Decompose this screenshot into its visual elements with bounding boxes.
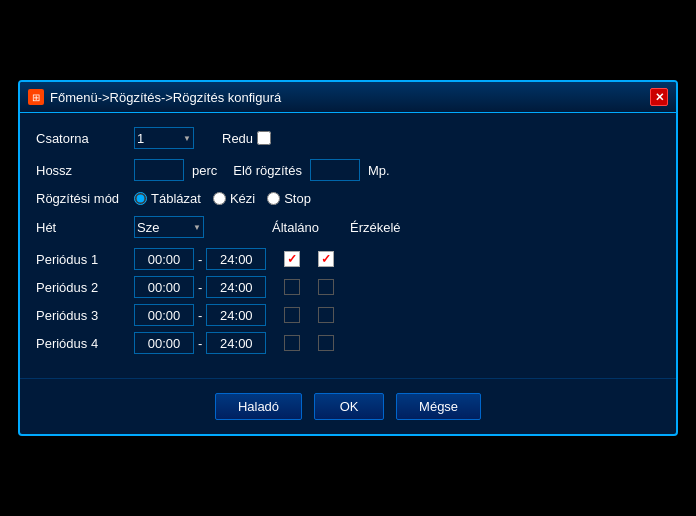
period-start-2[interactable] (134, 276, 194, 298)
time-sep-1: - (198, 252, 202, 267)
ok-button[interactable]: OK (314, 393, 384, 420)
time-range-4: - (134, 332, 266, 354)
general-check-3[interactable] (274, 307, 300, 323)
day-select-wrapper: Hét Ked Sze Csü Pén Szo Vas (134, 216, 204, 238)
pre-record-label: Elő rögzítés (233, 163, 302, 178)
sensor-checkbox-1[interactable]: ✓ (318, 251, 334, 267)
mode-tablazat-radio[interactable] (134, 192, 147, 205)
channel-select-wrapper: 1 2 (134, 127, 194, 149)
time-sep-4: - (198, 336, 202, 351)
period-start-4[interactable] (134, 332, 194, 354)
channel-select[interactable]: 1 2 (134, 127, 194, 149)
length-input[interactable]: 60 (134, 159, 184, 181)
pre-record-input[interactable]: 5 (310, 159, 360, 181)
form-content: Csatorna 1 2 Redu Hossz 60 perc Elő rögz… (20, 113, 676, 370)
advanced-button[interactable]: Haladó (215, 393, 302, 420)
length-label: Hossz (36, 163, 126, 178)
redu-checkbox[interactable] (257, 131, 271, 145)
sensor-checkbox-2[interactable] (318, 279, 334, 295)
general-checkbox-2[interactable] (284, 279, 300, 295)
period-label-3: Periódus 3 (36, 308, 126, 323)
general-header: Általáno (272, 220, 342, 235)
period-label-1: Periódus 1 (36, 252, 126, 267)
day-select[interactable]: Hét Ked Sze Csü Pén Szo Vas (134, 216, 204, 238)
period-label-4: Periódus 4 (36, 336, 126, 351)
mode-tablazat[interactable]: Táblázat (134, 191, 201, 206)
redu-group: Redu (222, 131, 271, 146)
period-row-2: Periódus 2 - (36, 276, 660, 298)
general-check-2[interactable] (274, 279, 300, 295)
mode-stop-label: Stop (284, 191, 311, 206)
length-row: Hossz 60 perc Elő rögzítés 5 Mp. (36, 159, 660, 181)
sensor-check-1[interactable]: ✓ (308, 251, 334, 267)
mode-kezi-radio[interactable] (213, 192, 226, 205)
time-sep-3: - (198, 308, 202, 323)
period-end-2[interactable] (206, 276, 266, 298)
channel-label: Csatorna (36, 131, 126, 146)
footer: Haladó OK Mégse (20, 378, 676, 434)
mode-row: Rögzítési mód Táblázat Kézi Stop (36, 191, 660, 206)
sensor-header: Érzékelé (350, 220, 420, 235)
general-checkbox-1[interactable]: ✓ (284, 251, 300, 267)
close-button[interactable]: ✕ (650, 88, 668, 106)
period-end-1[interactable] (206, 248, 266, 270)
sensor-checkbox-4[interactable] (318, 335, 334, 351)
general-checkbox-3[interactable] (284, 307, 300, 323)
time-range-2: - (134, 276, 266, 298)
general-checkbox-4[interactable] (284, 335, 300, 351)
time-range-1: - (134, 248, 266, 270)
period-end-4[interactable] (206, 332, 266, 354)
pre-record-unit: Mp. (368, 163, 390, 178)
title-bar: ⊞ Főmenü->Rögzítés->Rögzítés konfigurá ✕ (20, 82, 676, 113)
cancel-button[interactable]: Mégse (396, 393, 481, 420)
mode-kezi-label: Kézi (230, 191, 255, 206)
mode-stop-radio[interactable] (267, 192, 280, 205)
window-title: Főmenü->Rögzítés->Rögzítés konfigurá (50, 90, 281, 105)
time-range-3: - (134, 304, 266, 326)
dialog: ⊞ Főmenü->Rögzítés->Rögzítés konfigurá ✕… (18, 80, 678, 436)
redu-label: Redu (222, 131, 253, 146)
period-start-1[interactable] (134, 248, 194, 270)
mode-radio-group: Táblázat Kézi Stop (134, 191, 311, 206)
mode-stop[interactable]: Stop (267, 191, 311, 206)
mode-label: Rögzítési mód (36, 191, 126, 206)
general-check-1[interactable]: ✓ (274, 251, 300, 267)
periods-container: Periódus 1 - ✓ ✓ Periódus 2 - (36, 248, 660, 354)
length-unit: perc (192, 163, 217, 178)
period-end-3[interactable] (206, 304, 266, 326)
period-row-1: Periódus 1 - ✓ ✓ (36, 248, 660, 270)
channel-row: Csatorna 1 2 Redu (36, 127, 660, 149)
period-row-4: Periódus 4 - (36, 332, 660, 354)
sensor-check-2[interactable] (308, 279, 334, 295)
title-icon: ⊞ (28, 89, 44, 105)
sensor-check-4[interactable] (308, 335, 334, 351)
period-start-3[interactable] (134, 304, 194, 326)
sensor-check-3[interactable] (308, 307, 334, 323)
period-row-3: Periódus 3 - (36, 304, 660, 326)
time-sep-2: - (198, 280, 202, 295)
general-check-4[interactable] (274, 335, 300, 351)
period-label-2: Periódus 2 (36, 280, 126, 295)
day-header-row: Hét Hét Ked Sze Csü Pén Szo Vas Általáno… (36, 216, 660, 238)
sensor-checkbox-3[interactable] (318, 307, 334, 323)
mode-tablazat-label: Táblázat (151, 191, 201, 206)
mode-kezi[interactable]: Kézi (213, 191, 255, 206)
day-label: Hét (36, 220, 126, 235)
